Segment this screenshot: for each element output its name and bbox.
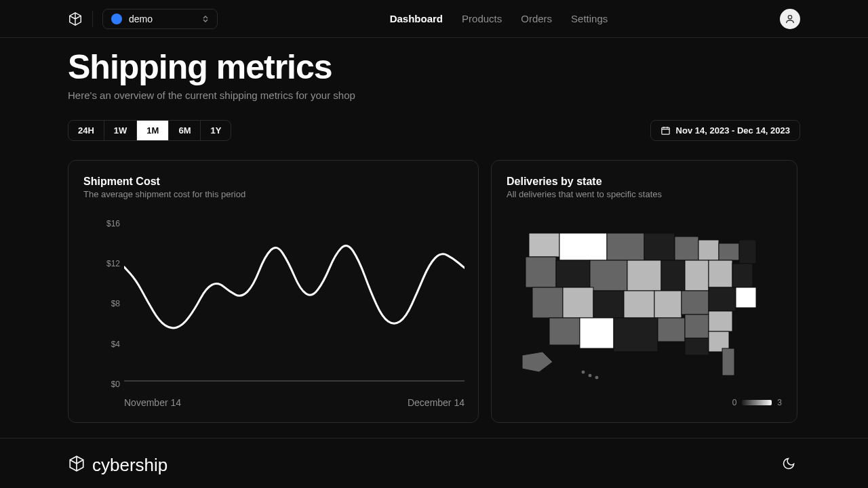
range-6m[interactable]: 6M bbox=[169, 121, 201, 140]
svg-rect-31 bbox=[685, 314, 709, 338]
svg-rect-15 bbox=[661, 260, 685, 291]
svg-rect-17 bbox=[709, 260, 732, 287]
cost-line bbox=[124, 246, 465, 328]
svg-rect-14 bbox=[627, 260, 661, 291]
legend-gradient bbox=[742, 400, 772, 405]
y-tick: $4 bbox=[111, 340, 120, 349]
svg-rect-3 bbox=[529, 233, 559, 257]
svg-point-0 bbox=[788, 15, 791, 18]
footer: cybership bbox=[0, 438, 868, 476]
main-content: Shipping metrics Here's an overview of t… bbox=[0, 38, 868, 423]
svg-rect-32 bbox=[709, 311, 732, 331]
card-subtitle: The average shipment cost for this perio… bbox=[83, 189, 463, 199]
svg-rect-10 bbox=[739, 240, 756, 264]
range-1y[interactable]: 1Y bbox=[201, 121, 231, 140]
svg-rect-22 bbox=[624, 291, 654, 318]
svg-rect-8 bbox=[698, 240, 719, 260]
svg-rect-16 bbox=[685, 260, 709, 291]
shop-color-dot bbox=[111, 14, 122, 24]
shipment-cost-chart: $16 $12 $8 $4 $0 November 14 December 14 bbox=[83, 209, 465, 392]
user-icon bbox=[785, 14, 795, 24]
svg-rect-35 bbox=[722, 348, 734, 375]
y-tick: $0 bbox=[111, 380, 120, 389]
card-title: Deliveries by state bbox=[507, 176, 782, 188]
legend-min: 0 bbox=[732, 398, 737, 407]
svg-rect-33 bbox=[685, 338, 709, 355]
controls-row: 24H1W1M6M1Y Nov 14, 2023 - Dec 14, 2023 bbox=[68, 120, 800, 141]
line-chart-svg bbox=[124, 209, 465, 388]
svg-rect-20 bbox=[563, 287, 593, 318]
nav-item-dashboard[interactable]: Dashboard bbox=[390, 13, 443, 24]
logo-icon bbox=[68, 455, 85, 475]
svg-rect-5 bbox=[607, 233, 644, 260]
nav-item-orders[interactable]: Orders bbox=[521, 13, 552, 24]
svg-rect-19 bbox=[532, 287, 563, 318]
nav-item-settings[interactable]: Settings bbox=[571, 13, 608, 24]
moon-icon bbox=[782, 457, 795, 473]
shop-selector[interactable]: demo bbox=[102, 9, 218, 29]
card-shipment-cost: Shipment Cost The average shipment cost … bbox=[68, 160, 479, 423]
nav-item-products[interactable]: Products bbox=[462, 13, 502, 24]
cards-row: Shipment Cost The average shipment cost … bbox=[68, 160, 800, 423]
map-legend: 0 3 bbox=[507, 398, 782, 407]
calendar-icon bbox=[660, 125, 671, 136]
svg-rect-26 bbox=[736, 287, 756, 308]
svg-rect-9 bbox=[719, 243, 739, 260]
svg-rect-29 bbox=[614, 318, 658, 352]
account-button[interactable] bbox=[780, 9, 800, 29]
svg-rect-28 bbox=[580, 318, 614, 348]
svg-rect-13 bbox=[590, 260, 627, 291]
x-tick-end: December 14 bbox=[408, 397, 465, 408]
us-map bbox=[507, 206, 782, 395]
theme-toggle[interactable] bbox=[777, 453, 800, 476]
primary-nav: DashboardProductsOrdersSettings bbox=[218, 13, 780, 24]
card-deliveries-by-state: Deliveries by state All deliveries that … bbox=[491, 160, 797, 423]
page-subtitle: Here's an overview of the current shippi… bbox=[68, 89, 800, 101]
app-header: demo DashboardProductsOrdersSettings bbox=[0, 0, 868, 38]
x-tick-start: November 14 bbox=[124, 397, 181, 408]
svg-rect-24 bbox=[682, 291, 709, 314]
footer-brand: cybership bbox=[68, 455, 167, 476]
svg-point-36 bbox=[581, 370, 585, 374]
svg-rect-30 bbox=[658, 318, 685, 342]
svg-rect-7 bbox=[675, 237, 698, 260]
time-range-group: 24H1W1M6M1Y bbox=[68, 120, 231, 141]
legend-max: 3 bbox=[777, 398, 782, 407]
svg-rect-1 bbox=[661, 127, 669, 134]
date-range-picker[interactable]: Nov 14, 2023 - Dec 14, 2023 bbox=[650, 120, 800, 141]
shop-name: demo bbox=[129, 14, 195, 24]
svg-rect-6 bbox=[644, 233, 675, 260]
svg-rect-21 bbox=[593, 291, 624, 318]
svg-point-38 bbox=[595, 375, 599, 380]
divider bbox=[92, 11, 93, 27]
y-tick: $8 bbox=[111, 299, 120, 308]
page-title: Shipping metrics bbox=[68, 47, 800, 87]
brand-name: cybership bbox=[92, 455, 167, 476]
svg-rect-11 bbox=[526, 257, 556, 287]
card-title: Shipment Cost bbox=[83, 176, 463, 188]
svg-rect-4 bbox=[559, 233, 607, 260]
range-1w[interactable]: 1W bbox=[104, 121, 138, 140]
svg-rect-25 bbox=[709, 287, 736, 311]
y-tick: $12 bbox=[106, 259, 120, 268]
y-tick: $16 bbox=[106, 219, 120, 228]
svg-rect-18 bbox=[732, 264, 753, 287]
range-24h[interactable]: 24H bbox=[68, 121, 104, 140]
card-subtitle: All deliveries that went to specific sta… bbox=[507, 189, 782, 199]
date-range-label: Nov 14, 2023 - Dec 14, 2023 bbox=[676, 125, 790, 136]
svg-rect-27 bbox=[549, 318, 580, 345]
chevrons-up-down-icon bbox=[202, 15, 209, 23]
logo-icon bbox=[68, 12, 83, 26]
svg-rect-23 bbox=[654, 291, 682, 318]
svg-point-37 bbox=[588, 373, 592, 378]
range-1m[interactable]: 1M bbox=[137, 121, 169, 140]
svg-rect-12 bbox=[556, 260, 590, 287]
